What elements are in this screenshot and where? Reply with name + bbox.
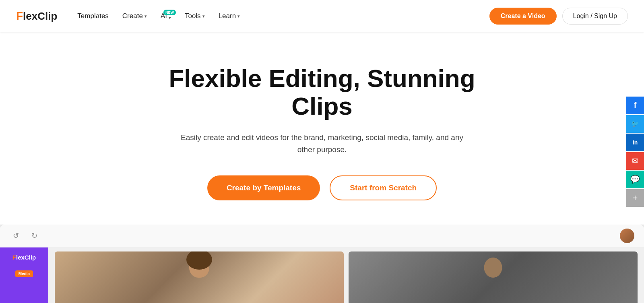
editor-content: FlexClip Media (0, 247, 644, 303)
preview-thumb-2 (349, 251, 638, 303)
learn-chevron-icon: ▾ (237, 14, 240, 19)
undo-button[interactable]: ↺ (10, 230, 22, 242)
nav-learn[interactable]: Learn ▾ (213, 9, 246, 23)
ai-chevron-icon: ▾ (169, 15, 171, 21)
logo[interactable]: FlexClip (16, 10, 57, 23)
start-from-scratch-button[interactable]: Start from Scratch (330, 175, 437, 200)
email-share-button[interactable]: ✉ (626, 152, 644, 170)
editor-logo: FlexClip (12, 254, 36, 261)
editor-window: ↺ ↻ FlexClip Media (0, 225, 644, 303)
plus-icon: + (633, 193, 638, 203)
editor-sidebar: FlexClip Media (0, 247, 48, 303)
nav-ai[interactable]: AI NEW ▾ (155, 9, 177, 24)
editor-media-label[interactable]: Media (15, 270, 33, 277)
logo-f: F (16, 10, 23, 22)
hero-section: Flexible Editing, Stunning Clips Easily … (0, 32, 644, 225)
hero-buttons: Create by Templates Start from Scratch (207, 175, 437, 200)
linkedin-share-button[interactable]: in (626, 134, 644, 151)
tools-chevron-icon: ▾ (202, 14, 205, 19)
preview-image-woman (55, 251, 344, 303)
hero-title: Flexible Editing, Stunning Clips (141, 64, 503, 120)
editor-topbar: ↺ ↻ (0, 225, 644, 247)
create-video-button[interactable]: Create a Video (489, 8, 557, 25)
nav-links: Templates Create ▾ AI NEW ▾ Tools ▾ Lear… (72, 9, 489, 24)
chat-share-button[interactable]: 💬 (626, 171, 644, 188)
nav-actions: Create a Video Login / Sign Up (489, 8, 628, 25)
login-signup-button[interactable]: Login / Sign Up (562, 8, 628, 25)
twitter-share-button[interactable]: 🐦 (626, 115, 644, 133)
preview-image-man (349, 251, 638, 303)
hero-subtitle: Easily create and edit videos for the br… (177, 132, 467, 156)
more-share-button[interactable]: + (626, 189, 644, 207)
preview-thumb-1 (55, 251, 344, 303)
email-icon: ✉ (632, 156, 638, 165)
linkedin-icon: in (633, 139, 638, 146)
user-avatar[interactable] (620, 229, 634, 243)
twitter-icon: 🐦 (631, 120, 639, 128)
nav-create[interactable]: Create ▾ (117, 9, 153, 23)
editor-strip: ↺ ↻ FlexClip Media (0, 225, 644, 303)
create-chevron-icon: ▾ (144, 14, 147, 19)
create-by-templates-button[interactable]: Create by Templates (207, 175, 320, 200)
social-sidebar: f 🐦 in ✉ 💬 + (626, 97, 644, 207)
navbar: FlexClip Templates Create ▾ AI NEW ▾ Too… (0, 0, 644, 32)
facebook-icon: f (634, 101, 637, 110)
facebook-share-button[interactable]: f (626, 97, 644, 114)
nav-tools[interactable]: Tools ▾ (179, 9, 211, 23)
redo-button[interactable]: ↻ (28, 230, 40, 242)
editor-main (48, 247, 644, 303)
ai-new-badge: NEW (163, 10, 176, 15)
nav-templates[interactable]: Templates (72, 9, 114, 23)
chat-icon: 💬 (630, 175, 640, 184)
